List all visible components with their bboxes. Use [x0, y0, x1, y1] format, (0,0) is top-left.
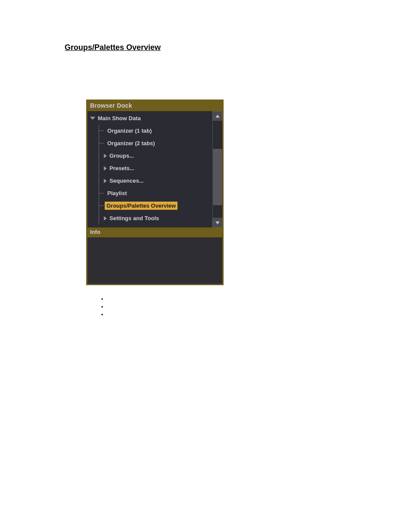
- tree-item-organizer-1tab[interactable]: Organizer (1 tab): [87, 124, 212, 137]
- list-item: •: [101, 296, 389, 303]
- tree-item-groups-palettes-overview[interactable]: Groups/Palettes Overview: [87, 199, 212, 212]
- tree-item-sequences[interactable]: Sequences...: [87, 174, 212, 187]
- list-item: •: [101, 311, 389, 319]
- tree-item-label: Settings and Tools: [109, 215, 159, 221]
- tree-item-settings-tools[interactable]: Settings and Tools: [87, 212, 212, 224]
- tree-item-presets[interactable]: Presets...: [87, 162, 212, 174]
- tree-item-label: Groups...: [109, 152, 134, 159]
- tree-item-label: Sequences...: [109, 177, 143, 184]
- tree-item-label: Organizer (2 tabs): [107, 140, 155, 146]
- info-panel-title: Info: [87, 227, 222, 237]
- tree-item-playlist[interactable]: Playlist: [87, 187, 212, 199]
- tree-root-main-show-data[interactable]: Main Show Data: [87, 112, 212, 124]
- section-heading-link[interactable]: Groups/Palettes Overview: [65, 43, 389, 52]
- tree-item-label: Organizer (1 tab): [107, 128, 152, 134]
- chevron-right-icon[interactable]: [104, 216, 107, 221]
- vertical-scrollbar[interactable]: [212, 111, 222, 227]
- chevron-down-icon[interactable]: [90, 117, 95, 120]
- scroll-down-button[interactable]: [213, 218, 222, 227]
- bullet-list: • • •: [101, 296, 389, 319]
- browser-dock-panel: Browser Dock Main Show Data Organizer (1…: [86, 100, 224, 285]
- chevron-right-icon[interactable]: [104, 154, 107, 158]
- tree-root-label: Main Show Data: [98, 115, 141, 121]
- tree-area: Main Show Data Organizer (1 tab) Organiz…: [87, 111, 222, 227]
- arrow-up-icon: [215, 115, 220, 118]
- chevron-right-icon[interactable]: [104, 179, 107, 183]
- tree-item-label: Presets...: [109, 165, 134, 171]
- info-panel-body: [87, 237, 222, 284]
- scrollbar-track[interactable]: [213, 121, 222, 218]
- document-page: Groups/Palettes Overview Browser Dock Ma…: [0, 0, 411, 336]
- scrollbar-thumb[interactable]: [213, 149, 222, 205]
- scroll-up-button[interactable]: [213, 111, 222, 121]
- list-item: •: [101, 303, 389, 311]
- panel-title: Browser Dock: [87, 101, 222, 111]
- chevron-right-icon[interactable]: [104, 166, 107, 171]
- arrow-down-icon: [215, 221, 220, 224]
- tree-item-label: Groups/Palettes Overview: [105, 202, 177, 210]
- tree-view[interactable]: Main Show Data Organizer (1 tab) Organiz…: [87, 111, 212, 227]
- screenshot-region: Browser Dock Main Show Data Organizer (1…: [86, 100, 389, 285]
- tree-item-organizer-2tabs[interactable]: Organizer (2 tabs): [87, 137, 212, 149]
- tree-item-label: Playlist: [107, 190, 127, 196]
- tree-item-groups[interactable]: Groups...: [87, 149, 212, 162]
